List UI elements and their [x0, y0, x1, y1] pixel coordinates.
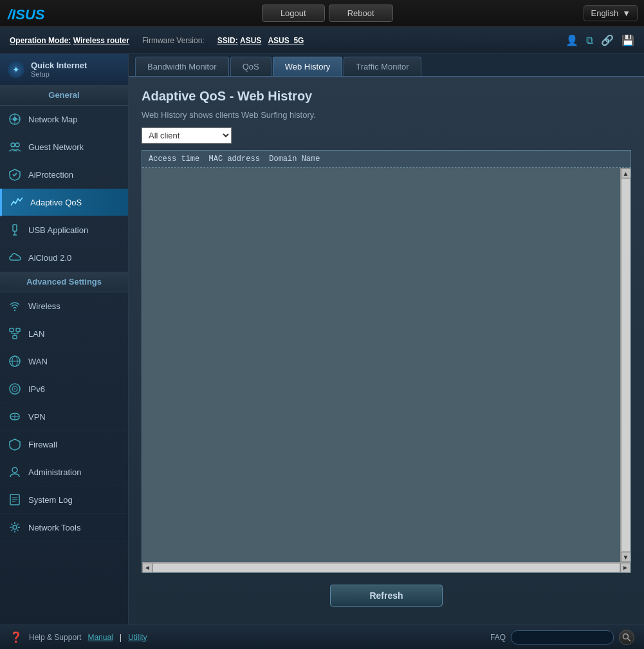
tab-traffic-monitor[interactable]: Traffic Monitor — [344, 57, 421, 76]
svg-point-6 — [15, 143, 19, 147]
share-icon[interactable]: 🔗 — [601, 34, 614, 46]
usb-application-icon — [8, 223, 22, 237]
sidebar-item-ipv6[interactable]: IPv6 — [0, 375, 128, 403]
sidebar-label-adaptive-qos: Adaptive QoS — [30, 198, 82, 207]
page-content: Adaptive QoS - Web Histroy Web History s… — [129, 77, 644, 625]
sidebar-label-wireless: Wireless — [28, 301, 60, 311]
scroll-right-button[interactable]: ► — [620, 563, 630, 573]
sidebar-item-aicloud[interactable]: AiCloud 2.0 — [0, 244, 128, 272]
quick-setup-icon: ✦ — [8, 61, 24, 78]
sidebar-label-network-map: Network Map — [28, 115, 78, 124]
sidebar-label-system-log: System Log — [28, 495, 73, 505]
top-nav-buttons: Logout Reboot — [71, 5, 584, 22]
sidebar-item-adaptive-qos[interactable]: Adaptive QoS — [0, 189, 128, 216]
svg-point-31 — [13, 525, 17, 529]
sidebar-item-network-tools[interactable]: Network Tools — [0, 514, 128, 541]
asus-logo: /ISUS — [6, 4, 58, 23]
svg-point-10 — [14, 310, 15, 311]
logout-button[interactable]: Logout — [262, 5, 325, 22]
sidebar-label-vpn: VPN — [28, 412, 46, 422]
ipv6-icon — [8, 382, 22, 396]
sidebar-label-aiprotection: AiProtection — [28, 170, 73, 180]
ssid-5g: ASUS_5G — [268, 36, 304, 45]
firewall-icon — [8, 437, 22, 451]
svg-rect-12 — [16, 328, 20, 332]
refresh-button[interactable]: Refresh — [330, 585, 442, 607]
scroll-left-button[interactable]: ◄ — [142, 563, 152, 573]
ssid-label: SSID: — [217, 36, 238, 45]
history-outer: Access time MAC address Domain Name ▲ ▼ — [142, 151, 630, 572]
faq-section: FAQ — [490, 630, 634, 645]
sidebar-label-aicloud: AiCloud 2.0 — [28, 253, 71, 263]
firmware-label: Firmware Version: — [142, 36, 205, 45]
h-scroll-track[interactable] — [152, 563, 620, 572]
tabs-bar: Bandwidth Monitor QoS Web History Traffi… — [129, 54, 644, 77]
client-select[interactable]: All client — [142, 127, 232, 144]
svg-rect-13 — [13, 335, 17, 339]
vpn-icon — [8, 409, 22, 424]
page-description: Web History shows clients Web Surfing hi… — [142, 110, 631, 120]
sidebar-label-ipv6: IPv6 — [28, 384, 45, 394]
manual-link[interactable]: Manual — [87, 633, 113, 642]
sidebar-item-network-map[interactable]: Network Map — [0, 106, 128, 133]
sidebar-item-quick-setup[interactable]: ✦ Quick Internet Setup — [0, 54, 128, 85]
aicloud-icon — [8, 250, 22, 265]
faq-search-button[interactable] — [619, 630, 634, 645]
network-map-icon — [8, 112, 22, 126]
v-scrollbar[interactable]: ▲ ▼ — [620, 168, 630, 562]
quick-setup-line2: Setup — [31, 70, 87, 78]
sidebar-item-guest-network[interactable]: Guest Network — [0, 133, 128, 161]
scroll-up-button[interactable]: ▲ — [621, 168, 631, 178]
advanced-settings-section-header: Advanced Settings — [0, 272, 128, 292]
sidebar-label-network-tools: Network Tools — [28, 523, 80, 532]
operation-mode: Operation Mode: Wireless router — [10, 36, 129, 45]
sidebar-item-wireless[interactable]: Wireless — [0, 292, 128, 320]
bottom-bar: ❓ Help & Support Manual | Utility FAQ — [0, 625, 644, 649]
history-header: Access time MAC address Domain Name — [142, 151, 630, 168]
svg-point-32 — [623, 634, 629, 639]
firmware-version: Firmware Version: — [142, 36, 205, 45]
user-icon[interactable]: 👤 — [566, 34, 578, 46]
sidebar-item-aiprotection[interactable]: AiProtection — [0, 161, 128, 189]
quick-setup-text: Quick Internet Setup — [31, 61, 87, 78]
svg-rect-7 — [13, 225, 17, 231]
help-support-text: Help & Support — [29, 633, 81, 642]
svg-point-23 — [14, 388, 15, 390]
top-bar: /ISUS Logout Reboot English ▼ — [0, 0, 644, 27]
page-title: Adaptive QoS - Web Histroy — [142, 89, 631, 104]
ssid-2g: ASUS — [240, 36, 261, 45]
sidebar-item-administration[interactable]: Administration — [0, 458, 128, 486]
guest-network-icon — [8, 140, 22, 154]
scroll-down-button[interactable]: ▼ — [621, 552, 631, 562]
svg-point-5 — [11, 143, 15, 147]
sidebar-label-lan: LAN — [28, 329, 44, 339]
adaptive-qos-icon — [10, 195, 24, 209]
aiprotection-icon — [8, 167, 22, 182]
op-mode-value: Wireless router — [73, 36, 129, 45]
faq-search-input[interactable] — [511, 630, 614, 644]
tab-qos[interactable]: QoS — [230, 57, 271, 76]
separator: | — [120, 632, 122, 642]
history-body[interactable] — [142, 168, 620, 562]
cloud-icon[interactable]: 💾 — [621, 34, 634, 46]
sidebar-item-vpn[interactable]: VPN — [0, 403, 128, 431]
reboot-button[interactable]: Reboot — [329, 5, 393, 22]
wireless-icon — [8, 299, 22, 313]
chevron-down-icon: ▼ — [622, 8, 630, 18]
sidebar-item-usb-application[interactable]: USB Application — [0, 216, 128, 244]
general-section-header: General — [0, 85, 128, 106]
status-bar: Operation Mode: Wireless router Firmware… — [0, 27, 644, 54]
tab-web-history[interactable]: Web History — [273, 57, 343, 76]
copy-icon[interactable]: ⧉ — [586, 35, 593, 46]
utility-link[interactable]: Utility — [128, 633, 147, 642]
tab-bandwidth-monitor[interactable]: Bandwidth Monitor — [135, 57, 229, 76]
language-label: English — [591, 8, 618, 18]
sidebar-item-firewall[interactable]: Firewall — [0, 431, 128, 458]
system-log-icon — [8, 493, 22, 507]
svg-line-33 — [628, 638, 631, 641]
sidebar-item-system-log[interactable]: System Log — [0, 486, 128, 514]
sidebar-item-lan[interactable]: LAN — [0, 320, 128, 348]
sidebar-item-wan[interactable]: WAN — [0, 348, 128, 375]
language-selector[interactable]: English ▼ — [584, 5, 638, 21]
v-scroll-track[interactable] — [621, 178, 630, 552]
